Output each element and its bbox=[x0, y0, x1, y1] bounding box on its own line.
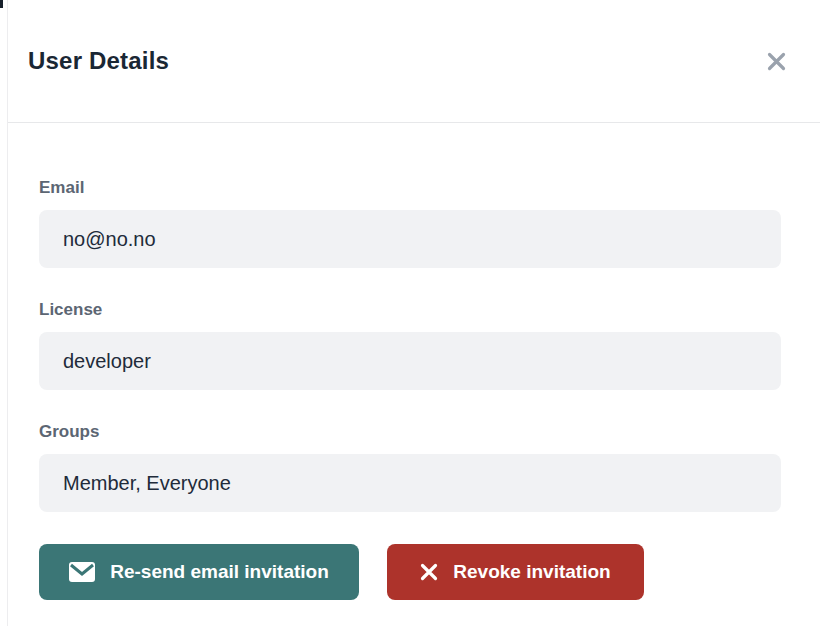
groups-label: Groups bbox=[39, 422, 781, 442]
close-button[interactable] bbox=[763, 48, 790, 75]
field-group-email: Email bbox=[39, 178, 781, 268]
email-label: Email bbox=[39, 178, 781, 198]
modal-header: User Details bbox=[8, 0, 820, 123]
field-group-groups: Groups bbox=[39, 422, 781, 512]
x-icon bbox=[420, 563, 438, 581]
resend-invitation-label: Re-send email invitation bbox=[110, 561, 329, 583]
user-details-modal: User Details Email License Groups bbox=[7, 0, 820, 626]
background-page-fragment bbox=[0, 0, 3, 8]
resend-invitation-button[interactable]: Re-send email invitation bbox=[39, 544, 359, 600]
modal-actions: Re-send email invitation Revoke invitati… bbox=[39, 544, 781, 600]
license-label: License bbox=[39, 300, 781, 320]
license-field[interactable] bbox=[39, 332, 781, 390]
close-icon bbox=[765, 61, 788, 76]
revoke-invitation-label: Revoke invitation bbox=[453, 561, 610, 583]
email-field[interactable] bbox=[39, 210, 781, 268]
field-group-license: License bbox=[39, 300, 781, 390]
page-title: User Details bbox=[28, 47, 169, 75]
groups-field[interactable] bbox=[39, 454, 781, 512]
envelope-icon bbox=[69, 562, 95, 582]
revoke-invitation-button[interactable]: Revoke invitation bbox=[387, 544, 644, 600]
modal-body: Email License Groups Re-send email invit… bbox=[8, 123, 820, 600]
